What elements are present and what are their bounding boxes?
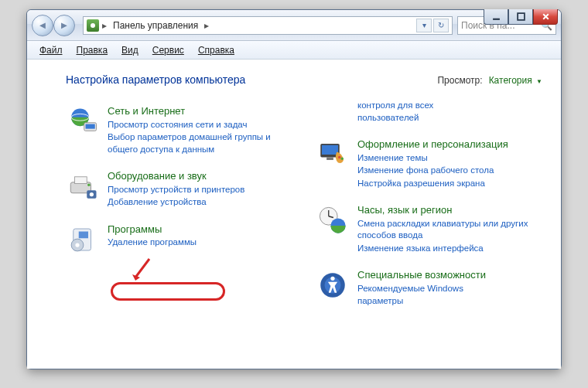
maximize-button[interactable] xyxy=(508,9,533,25)
view-selector[interactable]: Просмотр: Категория ▼ xyxy=(437,75,542,86)
svg-rect-16 xyxy=(79,231,88,238)
svg-point-12 xyxy=(90,192,94,196)
column-left: Сеть и Интернет Просмотр состояния сети … xyxy=(66,104,292,308)
menu-tools[interactable]: Сервис xyxy=(146,43,190,58)
link-uninstall-program[interactable]: Удаление программы xyxy=(108,237,197,249)
control-panel-window: ◄ ► ▸ Панель управления ▸ ▾ ↻ Поиск в па… xyxy=(26,9,562,369)
titlebar: ◄ ► ▸ Панель управления ▸ ▾ ↻ Поиск в па… xyxy=(27,10,561,41)
breadcrumb-item[interactable]: Панель управления xyxy=(110,19,201,32)
programs-box-icon xyxy=(66,223,100,257)
breadcrumb-sep: ▸ xyxy=(204,20,209,31)
svg-point-20 xyxy=(338,156,341,159)
category-title-network[interactable]: Сеть и Интернет xyxy=(108,105,185,117)
content-area: Настройка параметров компьютера Просмотр… xyxy=(27,60,561,369)
printer-hardware-icon xyxy=(66,169,100,203)
link-change-wallpaper[interactable]: Изменение фона рабочего стола xyxy=(357,165,508,177)
breadcrumb-sep: ▸ xyxy=(102,20,107,31)
svg-point-21 xyxy=(341,158,344,161)
link-devices-printers[interactable]: Просмотр устройств и принтеров xyxy=(108,184,244,196)
page-title: Настройка параметров компьютера xyxy=(66,73,245,86)
category-personalization: Оформление и персонализация Изменение те… xyxy=(316,138,542,189)
category-clock-lang: Часы, язык и регион Смена раскладки клав… xyxy=(316,203,542,254)
view-label: Просмотр: xyxy=(437,75,482,86)
refresh-button[interactable]: ↻ xyxy=(433,19,449,32)
column-right: контроля для всех пользователей Оформлен… xyxy=(316,104,542,308)
category-network: Сеть и Интернет Просмотр состояния сети … xyxy=(66,104,292,155)
link-keyboard-layout[interactable]: Смена раскладки клавиатуры или других сп… xyxy=(357,218,542,242)
window-controls xyxy=(484,9,558,25)
menu-bar: Файл Правка Вид Сервис Справка xyxy=(27,41,561,60)
svg-point-28 xyxy=(330,277,334,281)
svg-rect-1 xyxy=(518,13,525,20)
view-value: Категория xyxy=(489,75,532,86)
svg-point-10 xyxy=(87,184,91,187)
svg-rect-0 xyxy=(493,19,500,20)
minimize-button[interactable] xyxy=(484,9,508,25)
category-title-hardware[interactable]: Оборудование и звук xyxy=(108,170,207,182)
svg-point-15 xyxy=(75,243,79,247)
category-hardware: Оборудование и звук Просмотр устройств и… xyxy=(66,169,292,209)
menu-edit[interactable]: Правка xyxy=(70,43,115,58)
menu-help[interactable]: Справка xyxy=(192,43,241,58)
address-history-dropdown[interactable]: ▾ xyxy=(416,19,432,32)
category-title-clock[interactable]: Часы, язык и регион xyxy=(357,204,452,216)
globe-network-icon xyxy=(66,104,100,138)
svg-rect-18 xyxy=(322,145,338,155)
svg-rect-19 xyxy=(326,158,333,161)
link-ease-recommended1[interactable]: Рекомендуемые Windows xyxy=(357,283,486,295)
menu-view[interactable]: Вид xyxy=(115,43,145,58)
category-title-ease[interactable]: Специальные возможности xyxy=(357,269,486,281)
link-add-device[interactable]: Добавление устройства xyxy=(108,196,244,209)
category-title-personalization[interactable]: Оформление и персонализация xyxy=(357,138,508,150)
back-button[interactable]: ◄ xyxy=(32,15,53,36)
forward-button[interactable]: ► xyxy=(53,15,75,36)
ease-of-access-icon xyxy=(316,268,350,302)
category-extra-lines: контроля для всех пользователей xyxy=(316,100,542,124)
link-ease-recommended2[interactable]: параметры xyxy=(357,295,486,308)
clock-globe-icon xyxy=(316,203,350,237)
link-homegroup[interactable]: Выбор параметров домашней группы и общег… xyxy=(108,131,292,155)
link-screen-resolution[interactable]: Настройка разрешения экрана xyxy=(357,178,508,190)
link-network-status[interactable]: Просмотр состояния сети и задач xyxy=(108,119,292,131)
category-ease-of-access: Специальные возможности Рекомендуемые Wi… xyxy=(316,268,542,308)
svg-rect-9 xyxy=(75,177,87,184)
svg-rect-7 xyxy=(86,124,95,129)
monitor-paint-icon xyxy=(316,138,350,172)
link-parental-extra1[interactable]: контроля для всех xyxy=(357,100,433,112)
link-change-theme[interactable]: Изменение темы xyxy=(357,152,508,165)
category-programs: Программы Удаление программы xyxy=(66,223,292,257)
close-button[interactable] xyxy=(533,9,558,25)
link-parental-extra2[interactable]: пользователей xyxy=(357,112,433,124)
dropdown-icon: ▼ xyxy=(536,78,542,85)
menu-file[interactable]: Файл xyxy=(33,43,69,58)
address-bar[interactable]: ▸ Панель управления ▸ ▾ ↻ xyxy=(83,16,453,35)
category-title-programs[interactable]: Программы xyxy=(108,223,162,235)
link-interface-lang[interactable]: Изменение языка интерфейса xyxy=(357,243,542,255)
control-panel-icon xyxy=(87,19,99,32)
